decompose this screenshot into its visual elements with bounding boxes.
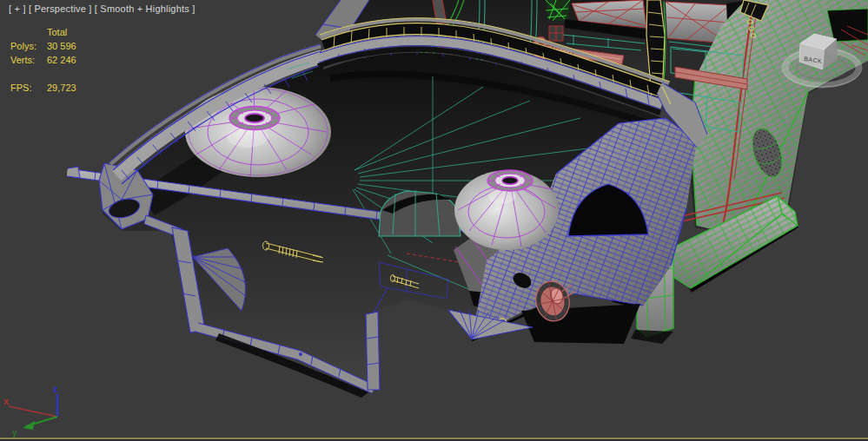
rear-window-opening [827, 9, 868, 42]
strut-mount-ring-left [229, 107, 280, 130]
strut-tower-left[interactable] [185, 87, 331, 177]
viewport-canvas[interactable]: z x y BACK [0, 0, 868, 441]
axis-x-label: x [3, 396, 10, 406]
viewport-label[interactable]: [ + ] [ Perspective ] [ Smooth + Highlig… [9, 3, 195, 14]
strut-mount-ring-right [487, 170, 533, 191]
axis-y-label: y [12, 428, 17, 438]
strut-tower-right[interactable] [454, 170, 559, 250]
axis-z-label: z [53, 384, 58, 394]
column-bracket-red [549, 26, 563, 41]
